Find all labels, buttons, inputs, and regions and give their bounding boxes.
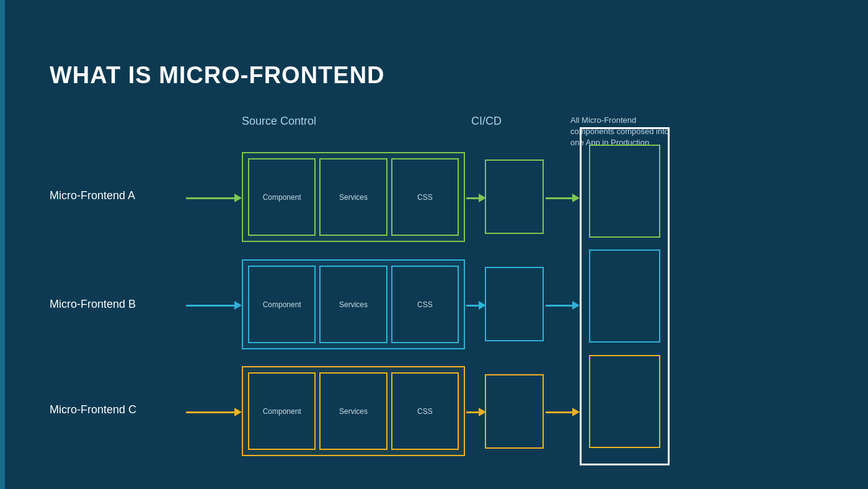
arrow-a-to-source bbox=[186, 194, 242, 202]
source-box-b: Component Services CSS bbox=[242, 259, 465, 349]
source-control-header: Source Control bbox=[242, 115, 316, 128]
component-cell-a: Component bbox=[248, 158, 316, 236]
css-cell-a: CSS bbox=[391, 158, 459, 236]
cicd-box-a bbox=[485, 159, 544, 234]
services-cell-a: Services bbox=[319, 158, 387, 236]
source-box-a: Component Services CSS bbox=[242, 152, 465, 242]
component-cell-c: Component bbox=[248, 372, 316, 450]
cicd-header: CI/CD bbox=[471, 115, 502, 128]
page-title: WHAT IS MICRO-FRONTEND bbox=[50, 62, 385, 89]
arrow-b-to-source bbox=[186, 301, 242, 310]
label-micro-frontend-c: Micro-Frontend C bbox=[50, 403, 136, 416]
arrow-b-to-cicd bbox=[466, 301, 486, 310]
arrow-c-to-cicd bbox=[466, 408, 486, 416]
component-cell-b: Component bbox=[248, 266, 316, 343]
css-cell-c: CSS bbox=[391, 372, 459, 450]
cicd-box-c bbox=[485, 374, 544, 449]
services-cell-b: Services bbox=[319, 266, 387, 343]
diagram-area: Source Control CI/CD All Micro-Frontend … bbox=[50, 115, 843, 470]
services-cell-c: Services bbox=[319, 372, 387, 450]
arrow-a-to-prod bbox=[546, 194, 580, 202]
cicd-box-b bbox=[485, 267, 544, 341]
arrow-a-to-cicd bbox=[466, 194, 486, 202]
arrow-b-to-prod bbox=[546, 301, 580, 310]
prod-component-c bbox=[589, 355, 660, 448]
source-box-c: Component Services CSS bbox=[242, 366, 465, 456]
label-micro-frontend-b: Micro-Frontend B bbox=[50, 298, 136, 311]
production-combined-box bbox=[580, 127, 670, 465]
left-accent-bar bbox=[0, 0, 5, 489]
arrow-c-to-prod bbox=[546, 408, 580, 416]
prod-component-a bbox=[589, 145, 660, 238]
css-cell-b: CSS bbox=[391, 266, 459, 343]
prod-component-b bbox=[589, 249, 660, 343]
label-micro-frontend-a: Micro-Frontend A bbox=[50, 189, 135, 202]
arrow-c-to-source bbox=[186, 408, 242, 416]
